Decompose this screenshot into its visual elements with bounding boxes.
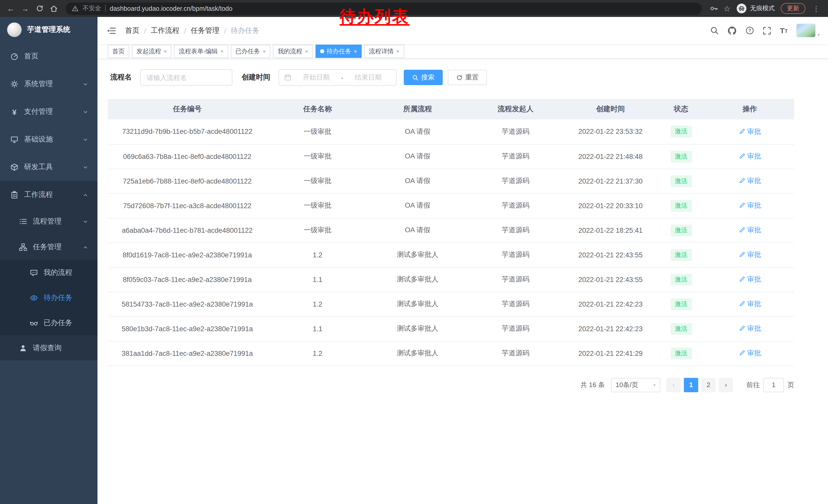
tab-close-icon[interactable]: × (220, 48, 224, 54)
forward-icon[interactable]: → (18, 2, 32, 15)
approve-link[interactable]: 审批 (739, 250, 761, 260)
reset-button[interactable]: 重置 (448, 70, 487, 85)
tab-close-icon[interactable]: × (164, 48, 167, 54)
breadcrumb-separator: / (224, 27, 226, 35)
sidebar-item-workflow[interactable]: 工作流程 (0, 181, 97, 209)
tab-close-icon[interactable]: × (396, 48, 399, 54)
create-time-label: 创建时间 (242, 73, 271, 82)
approve-link[interactable]: 审批 (739, 349, 761, 358)
sidebar-item-home[interactable]: 首页 (0, 43, 97, 70)
sidebar-item-my-processes[interactable]: 我的流程 (0, 260, 97, 285)
help-icon[interactable]: ? (745, 26, 754, 35)
bookmark-star-icon[interactable]: ☆ (723, 4, 731, 13)
process-name-label: 流程名 (110, 73, 132, 82)
status-badge: 激活 (670, 175, 692, 187)
cell-task-id: 8f0d1619-7ac8-11ec-a9e2-a2380e71991a (108, 242, 267, 267)
sidebar-item-system[interactable]: 系统管理 (0, 70, 97, 98)
search-button[interactable]: 搜索 (404, 70, 443, 85)
reload-icon[interactable] (33, 2, 46, 15)
avatar-caret-icon: ▾ (818, 32, 820, 37)
page-button-2[interactable]: 2 (701, 378, 716, 392)
github-icon[interactable] (728, 26, 737, 35)
next-page-button[interactable]: › (719, 378, 733, 392)
breadcrumb-item-home[interactable]: 首页 (125, 26, 139, 35)
breadcrumb-item-task-management[interactable]: 任务管理 (191, 26, 219, 35)
approve-link[interactable]: 审批 (739, 324, 761, 333)
top-navbar: 首页 / 工作流程 / 任务管理 / 待办任务 ? (97, 17, 828, 44)
page-size-select[interactable]: 10条/页 ▾ (611, 378, 660, 392)
tab-done-tasks[interactable]: 已办任务× (231, 45, 271, 58)
sidebar-item-process-management[interactable]: 流程管理 (0, 209, 97, 234)
sidebar-item-done-tasks[interactable]: 已办任务 (0, 310, 97, 335)
cell-create-time: 2022-01-22 18:25:41 (564, 218, 657, 242)
cell-status: 激活 (657, 144, 705, 169)
user-avatar[interactable]: ▾ (796, 24, 820, 37)
goto-label: 前往 (746, 380, 760, 390)
approve-link[interactable]: 审批 (739, 152, 761, 161)
tab-close-icon[interactable]: × (263, 48, 266, 54)
process-name-input[interactable] (140, 69, 233, 86)
cell-process: OA 请假 (368, 218, 467, 242)
col-task-name: 任务名称 (267, 99, 368, 120)
avatar-image (796, 24, 816, 37)
goto-page: 前往 页 (746, 378, 794, 392)
cell-actions: 审批 (705, 169, 794, 193)
sidebar-item-task-management[interactable]: 任务管理 (0, 234, 97, 260)
status-badge: 激活 (670, 323, 692, 334)
cell-starter: 芋道源码 (467, 292, 564, 316)
col-actions: 操作 (705, 99, 794, 120)
sidebar-item-infrastructure[interactable]: 基础设施 (0, 126, 97, 153)
tab-form-edit[interactable]: 流程表单-编辑× (174, 45, 228, 58)
sidebar-item-label: 流程管理 (33, 217, 77, 226)
divider (105, 5, 106, 12)
tab-home[interactable]: 首页 (108, 45, 129, 58)
approve-link[interactable]: 审批 (739, 176, 761, 186)
edit-pencil-icon (739, 251, 745, 258)
sidebar-item-leave-query[interactable]: 请假查询 (0, 335, 97, 360)
sidebar-collapse-icon[interactable] (107, 27, 116, 35)
chevron-down-icon (83, 81, 88, 87)
date-range-picker[interactable]: 开始日期 - 结束日期 (279, 69, 397, 86)
prev-page-button[interactable]: ‹ (666, 378, 681, 392)
col-create-time: 创建时间 (564, 99, 657, 120)
range-separator: - (341, 74, 343, 81)
cell-task-name: 一级审批 (267, 144, 368, 169)
cell-status: 激活 (657, 316, 705, 341)
gear-icon (10, 80, 18, 88)
tab-todo-tasks[interactable]: 待办任务× (316, 45, 362, 58)
tab-close-icon[interactable]: × (354, 48, 357, 54)
table-row: 58154733-7ac8-11ec-a9e2-a2380e71991a 1.2… (108, 292, 794, 316)
breadcrumb-item-workflow[interactable]: 工作流程 (151, 26, 179, 35)
search-icon[interactable] (710, 26, 719, 35)
approve-link[interactable]: 审批 (739, 226, 761, 235)
logo[interactable]: 芋道管理系统 (0, 17, 97, 43)
chevron-down-icon: ▾ (653, 382, 656, 387)
tab-process-detail[interactable]: 流程详情× (364, 45, 404, 58)
approve-link[interactable]: 审批 (739, 275, 761, 284)
browser-menu-icon[interactable]: ⋮ (812, 4, 821, 12)
tab-close-icon[interactable]: × (305, 48, 308, 54)
update-button[interactable]: 更新 (781, 3, 805, 14)
page-button-1[interactable]: 1 (684, 378, 698, 392)
approve-link[interactable]: 审批 (739, 201, 761, 210)
edit-pencil-icon (739, 350, 745, 357)
cell-starter: 芋道源码 (467, 341, 564, 366)
cell-actions: 审批 (705, 193, 794, 218)
warning-icon (72, 5, 79, 12)
key-icon[interactable] (710, 5, 717, 12)
font-size-icon[interactable]: TT (780, 27, 788, 34)
address-bar[interactable]: 不安全 dashboard.yudao.iocoder.cn/bpm/task/… (66, 2, 702, 15)
sidebar-item-payment[interactable]: ¥ 支付管理 (0, 98, 97, 126)
goto-page-input[interactable] (763, 378, 784, 392)
tab-my-processes[interactable]: 我的流程× (273, 45, 313, 58)
back-icon[interactable]: ← (4, 2, 17, 15)
sidebar-item-devtools[interactable]: 研发工具 (0, 153, 97, 181)
home-icon[interactable] (47, 2, 60, 15)
sidebar-item-todo-tasks[interactable]: 待办任务 (0, 285, 97, 310)
approve-link[interactable]: 审批 (739, 300, 761, 309)
approve-link[interactable]: 审批 (739, 127, 761, 136)
tab-start-process[interactable]: 发起流程× (132, 45, 172, 58)
cell-task-name: 1.2 (267, 242, 368, 267)
fullscreen-icon[interactable] (763, 27, 771, 35)
sidebar-item-label: 工作流程 (24, 190, 77, 199)
